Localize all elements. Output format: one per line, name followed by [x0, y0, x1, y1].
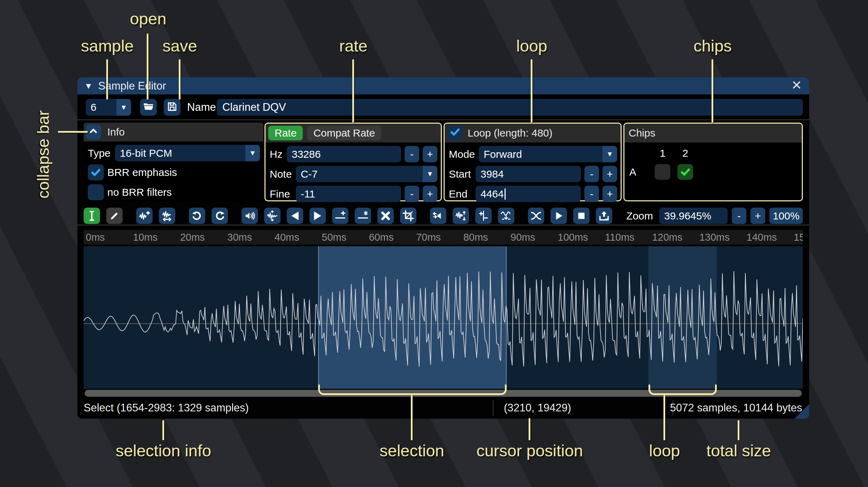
- name-input[interactable]: Clarinet DQV: [217, 99, 803, 116]
- normalize-button[interactable]: [264, 208, 281, 224]
- play-button[interactable]: [551, 208, 567, 224]
- amplify-button[interactable]: [241, 208, 258, 224]
- ruler-tick-label: 80ms: [463, 232, 488, 243]
- name-label: Name: [187, 99, 216, 116]
- close-icon[interactable]: ×: [789, 76, 804, 94]
- filter-button[interactable]: [498, 208, 514, 224]
- chip-checkbox[interactable]: [677, 164, 693, 180]
- loop-end-label: End: [449, 188, 472, 200]
- divider: [77, 225, 809, 225]
- annotation-selection: selection: [379, 441, 444, 460]
- upload-button[interactable]: [596, 208, 612, 224]
- divider: [77, 119, 809, 120]
- type-label: Type: [88, 147, 112, 159]
- fade-in-button[interactable]: [287, 208, 303, 224]
- resize-button[interactable]: [136, 208, 153, 224]
- loop-end-minus-button[interactable]: -: [584, 186, 599, 202]
- open-sample-button[interactable]: [140, 99, 157, 116]
- status-bar: Select (1654-2983: 1329 samples) (3210, …: [77, 397, 809, 419]
- loop-start-plus-button[interactable]: +: [602, 166, 617, 182]
- trim-button[interactable]: [400, 208, 416, 224]
- crop-icon: [402, 210, 414, 222]
- invert-button[interactable]: [453, 208, 469, 224]
- annotation-collapse-bar: collapse bar: [33, 87, 53, 199]
- ruler-tick-label: 150ms: [794, 232, 803, 243]
- chips-panel-title: Chips: [629, 127, 655, 139]
- note-select[interactable]: C-7 ▼: [296, 166, 437, 182]
- loop-end-plus-button[interactable]: +: [602, 186, 617, 202]
- hz-plus-button[interactable]: +: [423, 146, 437, 162]
- annotation-selection-info: selection info: [116, 441, 211, 460]
- redo-button[interactable]: [212, 208, 228, 224]
- ruler-tick-label: 60ms: [369, 232, 394, 243]
- zoom-out-button[interactable]: -: [732, 208, 746, 224]
- ruler-tick-label: 30ms: [227, 232, 252, 243]
- delete-button[interactable]: [377, 208, 394, 224]
- insert-silence-button[interactable]: [332, 208, 348, 224]
- annotation-line: [663, 395, 665, 440]
- loop-mode-value: Forward: [484, 148, 522, 160]
- info-panel-header: Info: [84, 123, 263, 141]
- loop-start-label: Start: [449, 168, 472, 180]
- annotation-total-size: total size: [706, 441, 771, 460]
- hz-input[interactable]: 33286: [287, 146, 401, 162]
- loop-mode-select[interactable]: Forward ▼: [479, 146, 617, 162]
- select-tool-button[interactable]: [84, 208, 100, 224]
- loop-start-input[interactable]: 3984: [476, 166, 581, 182]
- chips-panel: Chips 12A: [623, 123, 803, 201]
- mode-label: Mode: [449, 148, 475, 160]
- fine-input[interactable]: -11: [296, 186, 401, 202]
- fade-in-icon: [289, 210, 301, 222]
- chip-checkbox[interactable]: [655, 164, 670, 180]
- annotation-line: [531, 59, 532, 123]
- fine-plus-button[interactable]: +: [423, 186, 437, 202]
- fine-minus-button[interactable]: -: [405, 186, 419, 202]
- crossfade-button[interactable]: [528, 208, 544, 224]
- draw-tool-button[interactable]: [106, 208, 123, 224]
- collapse-bar-button[interactable]: [86, 124, 101, 140]
- tab-rate[interactable]: Rate: [268, 126, 303, 140]
- loop-start-minus-button[interactable]: -: [584, 166, 599, 182]
- save-sample-button[interactable]: [164, 99, 180, 116]
- chevron-down-icon[interactable]: ▼: [116, 99, 131, 116]
- zoom-input[interactable]: 39.9645%: [659, 208, 728, 224]
- zoom-in-button[interactable]: +: [751, 208, 765, 224]
- apply-silence-button[interactable]: [355, 208, 371, 224]
- chevron-down-icon[interactable]: ▼: [423, 166, 437, 182]
- window-collapse-triangle-icon[interactable]: ▼: [84, 81, 93, 91]
- type-select[interactable]: 16-bit PCM ▼: [115, 145, 260, 161]
- resample-button[interactable]: [159, 208, 175, 224]
- checkbox-no-brr-filters[interactable]: [88, 184, 104, 200]
- check-icon: [450, 126, 461, 140]
- hz-minus-button[interactable]: -: [405, 146, 419, 162]
- loop-panel: Loop (length: 480) Mode Forward ▼ Start …: [444, 123, 622, 201]
- ruler-tick-label: 130ms: [699, 232, 730, 243]
- zoom-reset-button[interactable]: 100%: [769, 208, 803, 224]
- checkbox-brr-emphasis[interactable]: [88, 164, 104, 180]
- sample-number-select[interactable]: 6 ▼: [86, 99, 131, 116]
- annotation-selection-brace: [318, 385, 507, 395]
- loop-panel-header: Loop (length: 480): [445, 124, 621, 142]
- stop-button[interactable]: [573, 208, 590, 224]
- undo-button[interactable]: [189, 208, 205, 224]
- ruler-tick-label: 0ms: [86, 232, 105, 243]
- loop-enable-checkbox[interactable]: [447, 125, 463, 141]
- annotation-sample: sample: [81, 36, 134, 55]
- total-size-text: 5072 samples, 10144 bytes: [670, 402, 802, 414]
- chevron-down-icon[interactable]: ▼: [602, 146, 617, 162]
- tab-compat-rate[interactable]: Compat Rate: [307, 126, 381, 140]
- annotation-line: [352, 59, 354, 123]
- sign-button[interactable]: [475, 208, 492, 224]
- fade-out-button[interactable]: [309, 208, 326, 224]
- rate-panel: Rate Compat Rate Hz 33286 - + Note C-7 ▼…: [264, 123, 442, 201]
- annotation-line: [147, 33, 148, 100]
- info-panel: Info Type 16-bit PCM ▼ BRR emphasisno BR…: [84, 123, 263, 201]
- reverse-button[interactable]: [430, 208, 446, 224]
- chevron-down-icon[interactable]: ▼: [245, 145, 260, 161]
- loop-end-input[interactable]: 4464: [476, 186, 581, 202]
- annotation-chips: chips: [693, 36, 732, 55]
- wave-resample-icon: [161, 210, 173, 222]
- ruler-tick-label: 120ms: [652, 232, 682, 243]
- waveform-view[interactable]: [84, 246, 803, 389]
- annotation-loop-brace: [648, 385, 716, 395]
